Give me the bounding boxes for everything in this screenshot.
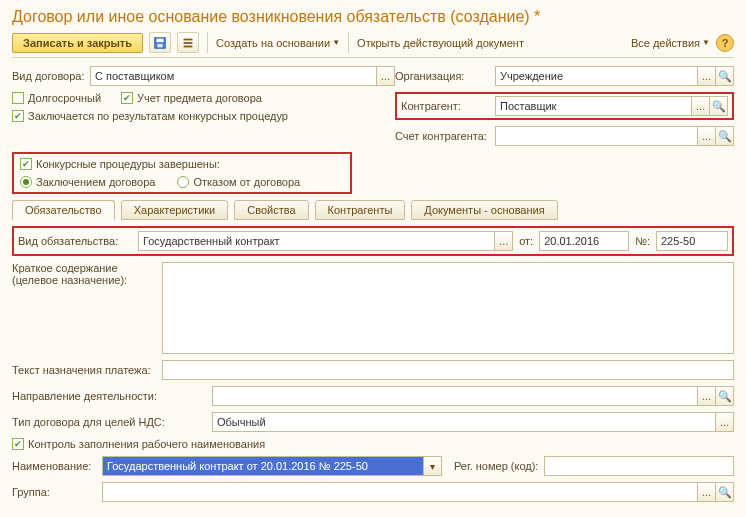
counterparty-account-field[interactable]: … 🔍 <box>495 126 734 146</box>
from-label: от: <box>519 235 533 247</box>
help-icon[interactable]: ? <box>716 34 734 52</box>
tab-bar: Обязательство Характеристики Свойства Ко… <box>12 200 734 220</box>
svg-rect-5 <box>184 45 193 47</box>
competitive-highlight: ✔ Конкурсные процедуры завершены: Заключ… <box>12 152 352 194</box>
short-desc-label: Краткое содержание (целевое назначение): <box>12 262 162 286</box>
vat-type-label: Тип договора для целей НДС: <box>12 416 212 428</box>
counterparty-label: Контрагент: <box>401 100 495 112</box>
track-subject-checkbox[interactable]: ✔ Учет предмета договора <box>121 92 262 104</box>
tab-obligation[interactable]: Обязательство <box>12 200 115 220</box>
control-name-label: Контроль заполнения рабочего наименовани… <box>28 438 265 450</box>
magnifier-icon[interactable]: 🔍 <box>715 387 733 405</box>
activity-dir-field[interactable]: … 🔍 <box>212 386 734 406</box>
group-field[interactable]: … 🔍 <box>102 482 734 502</box>
radio-dot <box>177 176 189 188</box>
separator <box>348 32 349 53</box>
svg-rect-2 <box>157 43 162 47</box>
num-field[interactable] <box>656 231 728 251</box>
num-input[interactable] <box>657 232 746 250</box>
kind-input[interactable] <box>139 232 494 250</box>
counterparty-highlight: Контрагент: … 🔍 <box>395 92 734 120</box>
short-desc-textarea[interactable] <box>162 262 734 354</box>
payment-text-label: Текст назначения платежа: <box>12 364 162 376</box>
competitive-closed-label: Заключается по результатам конкурсных пр… <box>28 110 288 122</box>
kind-field[interactable]: … <box>138 231 513 251</box>
by-refusal-label: Отказом от договора <box>193 176 300 188</box>
payment-text-field[interactable] <box>162 360 734 380</box>
page-title: Договор или иное основание возникновения… <box>12 8 734 26</box>
contract-type-input[interactable] <box>91 67 376 85</box>
counterparty-input[interactable] <box>496 97 691 115</box>
all-actions-button[interactable]: Все действия ▼ <box>631 37 710 49</box>
svg-rect-1 <box>157 38 164 42</box>
reg-num-label: Рег. номер (код): <box>454 460 538 472</box>
checkbox-box <box>12 92 24 104</box>
counterparty-account-input[interactable] <box>496 127 697 145</box>
by-refusal-radio[interactable]: Отказом от договора <box>177 176 300 188</box>
org-input[interactable] <box>496 67 697 85</box>
num-label: №: <box>635 235 650 247</box>
open-active-doc-button[interactable]: Открыть действующий документ <box>357 37 524 49</box>
vat-type-field[interactable]: … <box>212 412 734 432</box>
magnifier-icon[interactable]: 🔍 <box>715 67 733 85</box>
ellipsis-icon[interactable]: … <box>697 67 715 85</box>
competitive-closed-checkbox[interactable]: ✔ Заключается по результатам конкурсных … <box>12 110 288 122</box>
name-input[interactable] <box>103 457 423 475</box>
magnifier-icon[interactable]: 🔍 <box>715 127 733 145</box>
ellipsis-icon[interactable]: … <box>691 97 709 115</box>
contract-type-label: Вид договора: <box>12 70 90 82</box>
svg-rect-4 <box>184 42 193 44</box>
ellipsis-icon[interactable]: … <box>697 387 715 405</box>
payment-text-input[interactable] <box>163 361 733 379</box>
competitive-done-checkbox[interactable]: ✔ Конкурсные процедуры завершены: <box>20 158 220 170</box>
ellipsis-icon[interactable]: … <box>376 67 394 85</box>
create-on-basis-label: Создать на основании <box>216 37 330 49</box>
ellipsis-icon[interactable]: … <box>697 483 715 501</box>
tab-characteristics[interactable]: Характеристики <box>121 200 229 220</box>
long-term-checkbox[interactable]: Долгосрочный <box>12 92 101 104</box>
obligation-kind-highlight: Вид обязательства: … от: №: <box>12 226 734 256</box>
contract-type-field[interactable]: … <box>90 66 395 86</box>
date-field[interactable] <box>539 231 629 251</box>
group-label: Группа: <box>12 486 102 498</box>
create-on-basis-button[interactable]: Создать на основании ▼ <box>216 37 340 49</box>
svg-rect-3 <box>184 38 193 40</box>
checkbox-box: ✔ <box>12 438 24 450</box>
radio-dot <box>20 176 32 188</box>
vat-type-input[interactable] <box>213 413 715 431</box>
chevron-down-icon[interactable]: ▾ <box>423 457 441 475</box>
activity-dir-label: Направление деятельности: <box>12 390 212 402</box>
save-icon[interactable] <box>149 32 171 53</box>
competitive-done-label: Конкурсные процедуры завершены: <box>36 158 220 170</box>
save-close-button[interactable]: Записать и закрыть <box>12 33 143 53</box>
long-term-label: Долгосрочный <box>28 92 101 104</box>
reg-num-field[interactable] <box>544 456 734 476</box>
tab-properties[interactable]: Свойства <box>234 200 308 220</box>
kind-label: Вид обязательства: <box>18 235 138 247</box>
separator <box>207 32 208 53</box>
by-contract-radio[interactable]: Заключением договора <box>20 176 155 188</box>
magnifier-icon[interactable]: 🔍 <box>715 483 733 501</box>
checkbox-box: ✔ <box>20 158 32 170</box>
ellipsis-icon[interactable]: … <box>715 413 733 431</box>
control-name-checkbox[interactable]: ✔ Контроль заполнения рабочего наименова… <box>12 438 265 450</box>
activity-dir-input[interactable] <box>213 387 697 405</box>
name-field[interactable]: ▾ <box>102 456 442 476</box>
by-contract-label: Заключением договора <box>36 176 155 188</box>
list-icon[interactable] <box>177 32 199 53</box>
all-actions-label: Все действия <box>631 37 700 49</box>
tab-counterparties[interactable]: Контрагенты <box>315 200 406 220</box>
tab-documents[interactable]: Документы - основания <box>411 200 557 220</box>
name-label: Наименование: <box>12 460 102 472</box>
toolbar: Записать и закрыть Создать на основании … <box>12 32 734 58</box>
group-input[interactable] <box>103 483 697 501</box>
org-label: Организация: <box>395 70 495 82</box>
ellipsis-icon[interactable]: … <box>494 232 512 250</box>
counterparty-account-label: Счет контрагента: <box>395 130 495 142</box>
chevron-down-icon: ▼ <box>702 38 710 47</box>
reg-num-input[interactable] <box>545 457 733 475</box>
magnifier-icon[interactable]: 🔍 <box>709 97 727 115</box>
ellipsis-icon[interactable]: … <box>697 127 715 145</box>
org-field[interactable]: … 🔍 <box>495 66 734 86</box>
counterparty-field[interactable]: … 🔍 <box>495 96 728 116</box>
